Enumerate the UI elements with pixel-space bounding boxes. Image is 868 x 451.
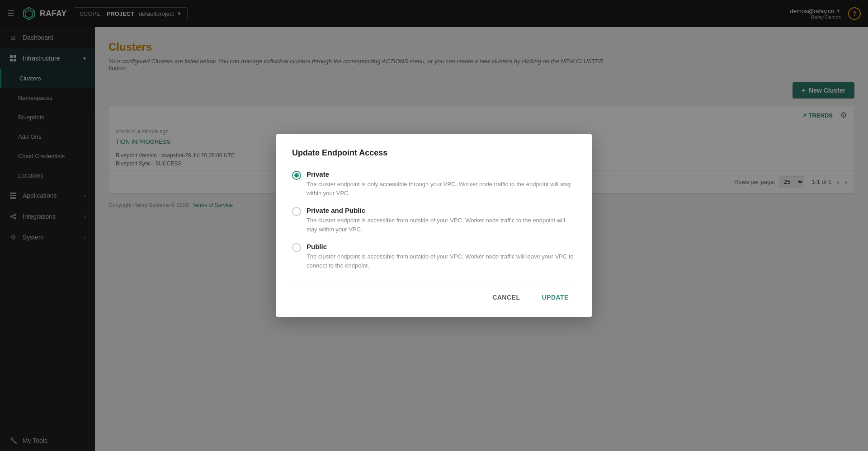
radio-private-public-description: The cluster endpoint is accessible from …: [307, 216, 576, 234]
radio-public-content: Public The cluster endpoint is accessibl…: [307, 243, 576, 270]
radio-private-label: Private: [307, 170, 576, 178]
update-button[interactable]: UPDATE: [534, 290, 576, 305]
radio-private-public-content: Private and Public The cluster endpoint …: [307, 207, 576, 234]
modal-divider: [292, 281, 576, 281]
radio-private-content: Private The cluster endpoint is only acc…: [307, 170, 576, 197]
radio-option-private-public[interactable]: Private and Public The cluster endpoint …: [292, 207, 576, 234]
modal-overlay[interactable]: Update Endpoint Access Private The clust…: [0, 0, 868, 451]
radio-private-circle[interactable]: [292, 171, 301, 180]
radio-private-description: The cluster endpoint is only accessible …: [307, 180, 576, 197]
radio-option-public[interactable]: Public The cluster endpoint is accessibl…: [292, 243, 576, 270]
radio-public-description: The cluster endpoint is accessible from …: [307, 252, 576, 270]
radio-public-circle[interactable]: [292, 243, 301, 252]
update-endpoint-modal: Update Endpoint Access Private The clust…: [276, 134, 592, 317]
radio-option-private[interactable]: Private The cluster endpoint is only acc…: [292, 170, 576, 197]
modal-title: Update Endpoint Access: [292, 148, 576, 158]
modal-actions: CANCEL UPDATE: [292, 290, 576, 305]
radio-private-public-label: Private and Public: [307, 207, 576, 214]
radio-private-public-circle[interactable]: [292, 207, 301, 216]
cancel-button[interactable]: CANCEL: [485, 290, 527, 305]
radio-public-label: Public: [307, 243, 576, 250]
